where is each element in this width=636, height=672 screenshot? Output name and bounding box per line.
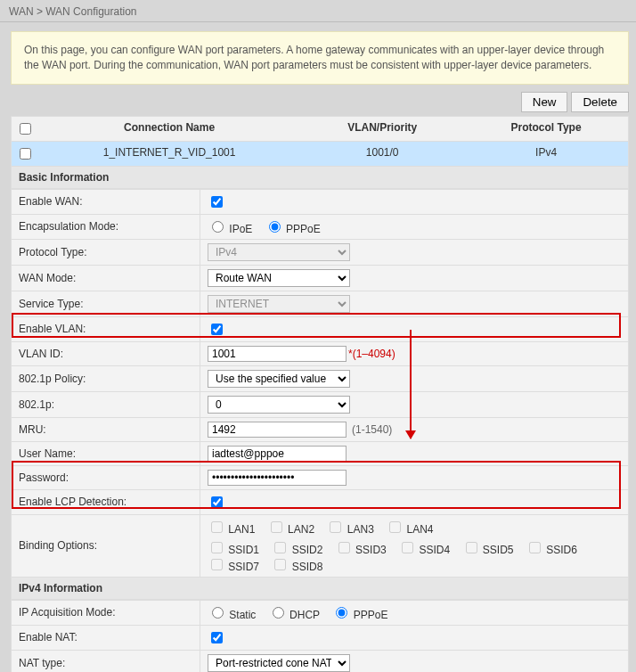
label-pppoe: PPPoE [286,223,321,235]
bind-ssid1-checkbox[interactable] [211,542,223,553]
ip-static-radio[interactable] [212,607,224,619]
label-dhcp: DHCP [289,609,320,621]
page-description: On this page, you can configure WAN port… [11,31,629,85]
label-lan2: LAN2 [288,523,314,536]
new-button[interactable]: New [521,92,568,112]
bind-ssid2-checkbox[interactable] [274,542,286,553]
label-ip-acquisition: IP Acquisition Mode: [12,600,200,625]
col-connection-name: Connection Name [38,117,300,141]
label-ssid7: SSID7 [228,561,259,573]
bind-lan3-checkbox[interactable] [330,521,341,533]
label-mru: MRU: [12,417,200,441]
bind-lan4-checkbox[interactable] [389,521,401,533]
label-vlan-id: VLAN ID: [12,341,200,365]
bind-ssid6-checkbox[interactable] [529,542,541,553]
label-protocol-type: Protocol Type: [12,239,200,265]
bind-ssid7-checkbox[interactable] [211,559,223,570]
8021p-select[interactable]: 0 [208,396,350,414]
label-ssid4: SSID4 [419,544,450,556]
row-proto: IPv4 [464,142,628,166]
enable-vlan-checkbox[interactable] [211,324,223,335]
annotation-arrow [410,330,412,438]
vlan-id-hint: *(1–4094) [348,348,395,360]
protocol-type-select[interactable]: IPv4 [208,243,350,261]
label-ssid5: SSID5 [483,544,514,556]
enable-nat-checkbox[interactable] [211,632,223,643]
section-basic-information: Basic Information [11,167,629,189]
label-ssid8: SSID8 [292,561,323,573]
bind-ssid3-checkbox[interactable] [338,542,350,553]
label-encapsulation: Encapsulation Mode: [12,214,200,239]
enable-lcp-checkbox[interactable] [211,496,223,508]
row-connection-name: 1_INTERNET_R_VID_1001 [38,142,300,166]
mru-hint: (1-1540) [352,423,392,436]
label-binding-options: Binding Options: [12,514,200,577]
label-8021p-policy: 802.1p Policy: [12,365,200,391]
select-all-checkbox[interactable] [20,123,31,135]
label-ip-pppoe: PPPoE [354,609,388,621]
label-ssid2: SSID2 [292,544,323,556]
wan-mode-select[interactable]: Route WAN [208,269,350,287]
label-enable-vlan: Enable VLAN: [12,316,200,341]
enable-wan-checkbox[interactable] [211,196,223,208]
label-password: Password: [12,465,200,489]
breadcrumb: WAN > WAN Configuration [0,0,636,22]
delete-button[interactable]: Delete [571,92,629,112]
label-8021p: 802.1p: [12,391,200,417]
label-service-type: Service Type: [12,291,200,316]
label-enable-wan: Enable WAN: [12,189,200,214]
vlan-id-input[interactable] [208,346,347,362]
ip-pppoe-radio[interactable] [336,607,347,619]
mru-input[interactable] [208,422,347,438]
label-lan3: LAN3 [347,523,374,536]
encaps-pppoe-radio[interactable] [269,221,281,233]
user-name-input[interactable] [208,446,347,462]
label-ssid3: SSID3 [355,544,387,556]
label-static: Static [229,609,256,621]
label-ipoe: IPoE [229,223,252,235]
label-wan-mode: WAN Mode: [12,265,200,291]
encaps-ipoe-radio[interactable] [212,221,224,233]
bind-lan2-checkbox[interactable] [271,521,282,533]
ip-dhcp-radio[interactable] [273,607,284,619]
nat-type-select[interactable]: Port-restricted cone NAT [208,654,350,672]
label-ssid1: SSID1 [228,544,259,556]
col-protocol-type: Protocol Type [464,117,628,141]
col-vlan-priority: VLAN/Priority [300,117,464,141]
connection-table-header: Connection Name VLAN/Priority Protocol T… [11,116,629,142]
label-lan1: LAN1 [228,523,255,536]
label-enable-lcp: Enable LCP Detection: [12,489,200,514]
bind-ssid4-checkbox[interactable] [402,542,413,553]
label-lan4: LAN4 [407,523,434,536]
bind-ssid5-checkbox[interactable] [466,542,477,553]
connection-row[interactable]: 1_INTERNET_R_VID_1001 1001/0 IPv4 [11,142,629,167]
section-ipv4-information: IPv4 Information [11,578,629,600]
label-enable-nat: Enable NAT: [12,625,200,650]
row-vlan: 1001/0 [300,142,464,166]
label-ssid6: SSID6 [546,544,577,556]
bind-ssid8-checkbox[interactable] [274,559,286,570]
bind-lan1-checkbox[interactable] [211,521,223,533]
label-nat-type: NAT type: [12,650,200,672]
password-input[interactable] [208,470,347,486]
row-checkbox[interactable] [20,148,31,160]
8021p-policy-select[interactable]: Use the specified value [208,370,350,388]
label-user-name: User Name: [12,441,200,465]
service-type-select[interactable]: INTERNET [208,295,350,313]
